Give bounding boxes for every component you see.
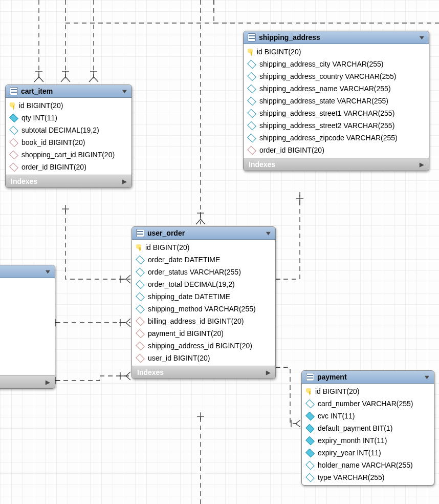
column-row[interactable]: expiry_month INT(11)	[302, 434, 434, 447]
diamond-filled-icon	[305, 436, 315, 445]
entity-payment[interactable]: payment ▼ id BIGINT(20)card_number VARCH…	[301, 370, 434, 486]
column-text: order_total DECIMAL(19,2)	[148, 280, 235, 288]
column-row[interactable]: order_id BIGINT(20)	[244, 144, 429, 156]
column-row[interactable]: ARCHAR(255)	[0, 345, 55, 358]
chevron-down-icon[interactable]: ▼	[418, 34, 426, 40]
entity-cart-item[interactable]: cart_item ▼ id BIGINT(20)qty INT(11)subt…	[5, 85, 132, 188]
column-row[interactable]	[0, 280, 55, 284]
column-row[interactable]: shipping_address_country VARCHAR(255)	[244, 70, 429, 82]
column-row[interactable]: shopping_cart_id BIGINT(20)	[6, 149, 131, 161]
column-text: card_number VARCHAR(255)	[318, 400, 413, 408]
column-row[interactable]: card_number VARCHAR(255)	[302, 397, 434, 410]
column-row[interactable]: ARCHAR(255)	[0, 296, 55, 308]
column-text: holder_name VARCHAR(255)	[318, 461, 413, 469]
column-row[interactable]: holder_name VARCHAR(255)	[302, 459, 434, 471]
column-text: shipping_date DATETIME	[148, 292, 230, 301]
column-row[interactable]	[0, 358, 55, 362]
column-text: id BIGINT(20)	[315, 387, 359, 395]
indexes-label: Indexes	[11, 177, 37, 185]
diamond-empty-icon	[9, 125, 18, 135]
entity-title: user_order	[147, 229, 262, 237]
diamond-fk-icon	[9, 150, 18, 159]
entity-header[interactable]: shipping_address ▼	[244, 31, 429, 44]
triangle-right-icon: ▶	[122, 178, 126, 185]
column-row[interactable]: RCHAR(255)	[0, 308, 55, 321]
diamond-empty-icon	[136, 280, 145, 289]
chevron-down-icon[interactable]: ▼	[423, 374, 431, 380]
chevron-down-icon[interactable]: ▼	[44, 268, 52, 275]
chevron-down-icon[interactable]: ▼	[265, 230, 272, 236]
column-row[interactable]: cvc INT(11)	[302, 410, 434, 422]
column-row[interactable]: shipping_address_state VARCHAR(255)	[244, 95, 429, 107]
column-row[interactable]: shipping_method VARCHAR(255)	[132, 303, 275, 315]
table-icon	[306, 373, 314, 381]
diamond-empty-icon	[247, 72, 256, 81]
entity-header[interactable]: payment ▼	[302, 371, 434, 384]
column-text: id BIGINT(20)	[19, 101, 63, 110]
column-row[interactable]: shipping_address_street2 VARCHAR(255)	[244, 119, 429, 132]
column-text: expiry_year INT(11)	[318, 449, 381, 457]
entity-header[interactable]: cart_item ▼	[6, 85, 131, 98]
indexes-label: Indexes	[137, 368, 164, 376]
key-icon	[136, 244, 142, 250]
column-row[interactable]: shipping_address_id BIGINT(20)	[132, 340, 275, 352]
column-text: qty INT(11)	[21, 114, 57, 122]
column-row[interactable]: subtotal DECIMAL(19,2)	[6, 124, 131, 136]
column-row[interactable]: RCHAR(255)	[0, 333, 55, 345]
entity-header[interactable]: ▼	[0, 265, 55, 278]
column-row[interactable]: id BIGINT(20)	[6, 99, 131, 112]
entity-title: cart_item	[21, 87, 119, 95]
column-text: shipping_address_country VARCHAR(255)	[259, 72, 396, 80]
column-list: id BIGINT(20)card_number VARCHAR(255)cvc…	[302, 384, 434, 485]
entity-header[interactable]: user_order ▼	[132, 227, 275, 240]
diamond-filled-icon	[305, 411, 315, 421]
entity-shipping-address[interactable]: shipping_address ▼ id BIGINT(20)shipping…	[243, 31, 429, 171]
triangle-right-icon: ▶	[46, 379, 50, 386]
table-icon	[10, 87, 18, 95]
key-icon	[248, 49, 254, 55]
indexes-section[interactable]: Indexes ▶	[132, 366, 275, 379]
column-row[interactable]: shipping_address_street1 VARCHAR(255)	[244, 107, 429, 119]
indexes-section[interactable]: Indexes ▶	[6, 175, 131, 187]
column-row[interactable]: order_date DATETIME	[132, 254, 275, 266]
entity-title: shipping_address	[259, 33, 416, 41]
column-row[interactable]: order_status VARCHAR(255)	[132, 266, 275, 278]
diamond-empty-icon	[305, 399, 315, 408]
column-row[interactable]: id BIGINT(20)	[132, 241, 275, 254]
column-row[interactable]: shipping_address_city VARCHAR(255)	[244, 58, 429, 70]
entity-partial-left[interactable]: ▼ HAR(255)ARCHAR(255)RCHAR(255)RCHAR(255…	[0, 265, 55, 389]
column-row[interactable]: user_id BIGINT(20)	[132, 352, 275, 364]
column-row[interactable]: default_payment BIT(1)	[302, 422, 434, 434]
diamond-fk-icon	[136, 329, 145, 338]
column-row[interactable]: billing_address_id BIGINT(20)	[132, 315, 275, 327]
column-row[interactable]: shipping_date DATETIME	[132, 290, 275, 303]
column-list: id BIGINT(20)order_date DATETIMEorder_st…	[132, 240, 275, 366]
diamond-fk-icon	[247, 145, 256, 155]
chevron-down-icon[interactable]: ▼	[121, 88, 128, 94]
indexes-section[interactable]: Indexes ▶	[0, 375, 55, 388]
column-row[interactable]: CHAR(255)	[0, 362, 55, 374]
diamond-fk-icon	[9, 162, 18, 172]
column-row[interactable]: order_total DECIMAL(19,2)	[132, 278, 275, 290]
column-row[interactable]: id BIGINT(20)	[302, 385, 434, 397]
table-icon	[248, 33, 256, 41]
column-row[interactable]: payment_id BIGINT(20)	[132, 327, 275, 340]
indexes-section[interactable]: Indexes ▶	[244, 158, 429, 171]
column-row[interactable]: RCHAR(255)	[0, 321, 55, 333]
column-row[interactable]: expiry_year INT(11)	[302, 447, 434, 459]
column-row[interactable]: qty INT(11)	[6, 112, 131, 124]
column-text: cvc INT(11)	[318, 412, 355, 420]
column-row[interactable]: id BIGINT(20)	[244, 46, 429, 58]
column-row[interactable]: book_id BIGINT(20)	[6, 136, 131, 149]
column-row[interactable]: type VARCHAR(255)	[302, 471, 434, 484]
diamond-empty-icon	[247, 59, 256, 69]
column-row[interactable]: HAR(255)	[0, 284, 55, 296]
entity-user-order[interactable]: user_order ▼ id BIGINT(20)order_date DAT…	[131, 226, 276, 379]
column-row[interactable]: order_id BIGINT(20)	[6, 161, 131, 173]
column-row[interactable]: shipping_address_name VARCHAR(255)	[244, 82, 429, 95]
column-row[interactable]: shipping_address_zipcode VARCHAR(255)	[244, 132, 429, 144]
column-text: default_payment BIT(1)	[318, 424, 392, 432]
diamond-empty-icon	[136, 267, 145, 277]
diamond-empty-icon	[247, 96, 256, 106]
diamond-filled-icon	[305, 448, 315, 457]
